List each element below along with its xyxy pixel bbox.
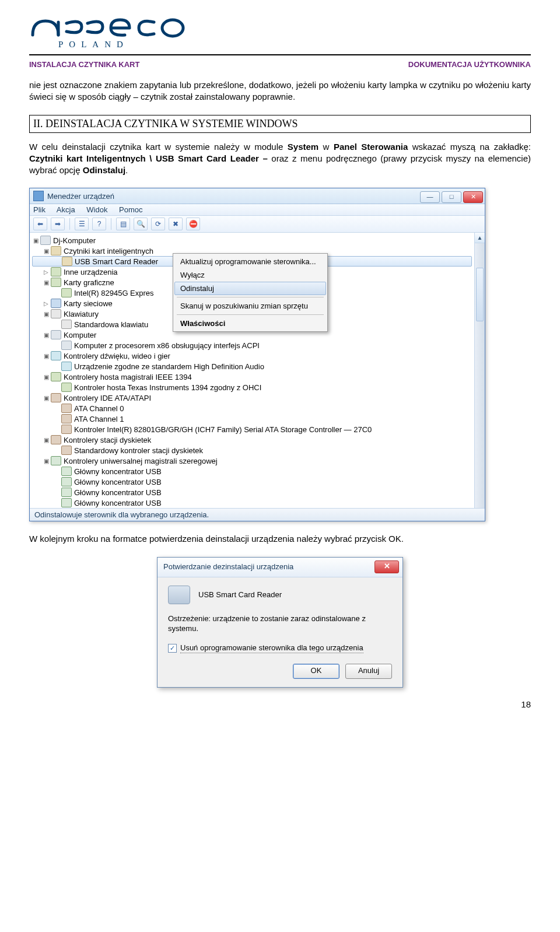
tree-computer-item[interactable]: Komputer z procesorem x86 obsługujący in… bbox=[32, 340, 472, 351]
menu-help[interactable]: Pomoc bbox=[119, 205, 142, 214]
scroll-up-icon[interactable]: ▲ bbox=[475, 233, 485, 243]
ctx-uninstall[interactable]: Odinstaluj bbox=[174, 282, 326, 295]
tree-ide-controller[interactable]: Kontroler Intel(R) 82801GB/GR/GH (ICH7 F… bbox=[32, 424, 472, 435]
cancel-button[interactable]: Anuluj bbox=[345, 664, 392, 679]
view-icon[interactable]: ☰ bbox=[75, 218, 89, 230]
tree-root[interactable]: ▣Dj-Komputer bbox=[32, 235, 472, 246]
ctx-separator bbox=[177, 297, 324, 297]
tree-usb-hub[interactable]: Główny koncentrator USB bbox=[32, 466, 472, 476]
ctx-update[interactable]: Aktualizuj oprogramowanie sterownika... bbox=[174, 255, 326, 268]
confirm-dialog: Potwierdzanie dezinstalacji urządzenia ✕… bbox=[157, 557, 403, 688]
ctx-separator bbox=[177, 314, 324, 315]
paragraph-1: nie jest oznaczone znakiem zapytania lub… bbox=[29, 79, 531, 103]
tree-ieee[interactable]: ▣Kontrolery hosta magistrali IEEE 1394 bbox=[32, 372, 472, 382]
logo: POLAND bbox=[29, 17, 531, 50]
tree-ide0[interactable]: ATA Channel 0 bbox=[32, 403, 472, 414]
tree-usb-hub[interactable]: Główny koncentrator USB bbox=[32, 476, 472, 487]
tree-fdc[interactable]: ▣Kontrolery stacji dyskietek bbox=[32, 435, 472, 445]
uninstall-button[interactable]: ✖ bbox=[169, 218, 183, 230]
page-number: 18 bbox=[29, 699, 531, 709]
update-button[interactable]: ⟳ bbox=[151, 218, 165, 230]
statusbar: Odinstalowuje sterownik dla wybranego ur… bbox=[30, 508, 485, 521]
dialog-title: Potwierdzanie dezinstalacji urządzenia bbox=[163, 562, 374, 571]
dialog-warning: Ostrzeżenie: urządzenie to zostanie zara… bbox=[168, 614, 392, 634]
menu-action[interactable]: Akcja bbox=[57, 205, 75, 214]
tree-usb-hub[interactable]: Główny koncentrator USB bbox=[32, 487, 472, 497]
titlebar[interactable]: Menedżer urządzeń — □ ✕ bbox=[30, 188, 485, 204]
vertical-scrollbar[interactable]: ▲ bbox=[474, 233, 485, 508]
tree-fdc-item[interactable]: Standardowy kontroler stacji dyskietek bbox=[32, 445, 472, 456]
toolbar: ⬅ ➡ ☰ ? ▤ 🔍 ⟳ ✖ ⛔ bbox=[30, 216, 485, 233]
properties-button[interactable]: ▤ bbox=[116, 218, 130, 230]
disable-button[interactable]: ⛔ bbox=[186, 218, 200, 230]
tree-sound-item[interactable]: Urządzenie zgodne ze standardem High Def… bbox=[32, 361, 472, 372]
tree-ieee-item[interactable]: Kontroler hosta Texas Instruments 1394 z… bbox=[32, 382, 472, 393]
ctx-disable[interactable]: Wyłącz bbox=[174, 268, 326, 282]
minimize-button[interactable]: — bbox=[420, 191, 440, 203]
checkbox-icon[interactable]: ✓ bbox=[168, 644, 177, 653]
scroll-thumb[interactable] bbox=[476, 268, 484, 321]
dialog-device-name: USB Smart Card Reader bbox=[198, 590, 282, 599]
tree-sound[interactable]: ▣Kontrolery dźwięku, wideo i gier bbox=[32, 351, 472, 361]
window-title: Menedżer urządzeń bbox=[47, 192, 420, 201]
back-button[interactable]: ⬅ bbox=[33, 218, 47, 230]
logo-subtitle: POLAND bbox=[58, 40, 531, 50]
close-button[interactable]: ✕ bbox=[463, 191, 483, 203]
menubar: Plik Akcja Widok Pomoc bbox=[30, 204, 485, 216]
ctx-scan[interactable]: Skanuj w poszukiwaniu zmian sprzętu bbox=[174, 299, 326, 313]
header-left: INSTALACJA CZYTNIKA KART bbox=[29, 60, 139, 69]
dialog-checkbox-row[interactable]: ✓ Usuń oprogramowanie sterownika dla teg… bbox=[168, 643, 392, 653]
paragraph-3: W kolejnym kroku na formatce potwierdzen… bbox=[29, 533, 531, 545]
forward-button[interactable]: ➡ bbox=[51, 218, 65, 230]
header-right: DOKUMENTACJA UŻYTKOWNIKA bbox=[408, 60, 531, 69]
dialog-titlebar[interactable]: Potwierdzanie dezinstalacji urządzenia ✕ bbox=[158, 558, 402, 577]
ok-button[interactable]: OK bbox=[293, 664, 340, 679]
device-icon bbox=[168, 586, 190, 604]
section-heading: II. DEINSTALACJA CZYTNIKA W SYSTEMIE WIN… bbox=[33, 118, 298, 129]
ctx-properties[interactable]: Właściwości bbox=[174, 317, 326, 330]
section-heading-box: II. DEINSTALACJA CZYTNIKA W SYSTEMIE WIN… bbox=[29, 115, 531, 133]
maximize-button[interactable]: □ bbox=[442, 191, 461, 203]
scan-button[interactable]: 🔍 bbox=[134, 218, 148, 230]
tree-ide1[interactable]: ATA Channel 1 bbox=[32, 414, 472, 424]
app-icon bbox=[33, 191, 44, 201]
context-menu: Aktualizuj oprogramowanie sterownika... … bbox=[173, 253, 328, 332]
tree-usb-hub[interactable]: Główny koncentrator USB bbox=[32, 497, 472, 508]
divider bbox=[29, 54, 531, 55]
tree-usb[interactable]: ▣Kontrolery uniwersalnej magistrali szer… bbox=[32, 456, 472, 466]
menu-view[interactable]: Widok bbox=[86, 205, 107, 214]
dialog-close-button[interactable]: ✕ bbox=[374, 560, 399, 573]
help-button[interactable]: ? bbox=[92, 218, 106, 230]
svg-point-1 bbox=[162, 20, 183, 36]
device-manager-window: Menedżer urządzeń — □ ✕ Plik Akcja Widok… bbox=[29, 188, 485, 521]
dialog-checkbox-label: Usuń oprogramowanie sterownika dla tego … bbox=[180, 643, 363, 653]
tree-ide[interactable]: ▣Kontrolery IDE ATA/ATAPI bbox=[32, 393, 472, 403]
menu-file[interactable]: Plik bbox=[33, 205, 46, 214]
paragraph-2: W celu deinstalacji czytnika kart w syst… bbox=[29, 141, 531, 177]
